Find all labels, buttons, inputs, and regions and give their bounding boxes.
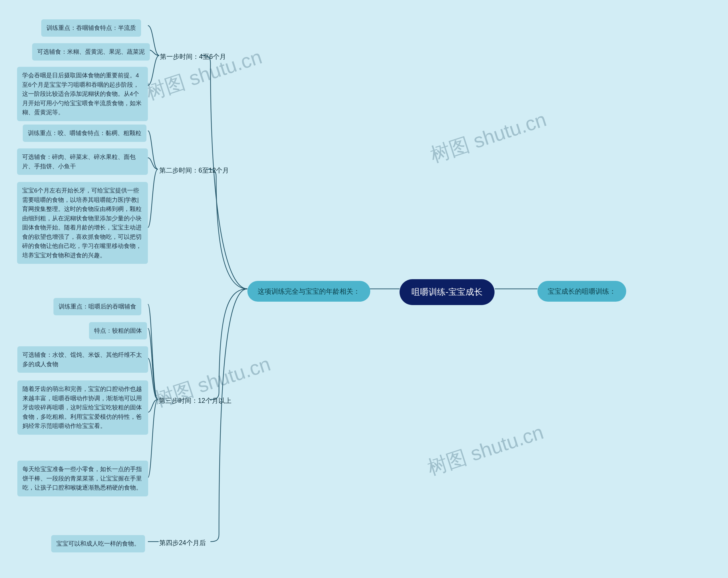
step-1-title[interactable]: 第一步时间：4至6个月: [160, 52, 226, 62]
root-node[interactable]: 咀嚼训练-宝宝成长: [399, 279, 495, 305]
mindmap-canvas: 树图 shutu.cn 树图 shutu.cn 树图 shutu.cn 树图 s…: [0, 0, 728, 578]
step-3-item-4[interactable]: 每天给宝宝准备一些小零食，如长一点的手指饼干棒、一段段的青菜菜茎，让宝宝握在手里…: [17, 461, 148, 496]
watermark: 树图 shutu.cn: [424, 419, 547, 482]
step-2-title[interactable]: 第二步时间：6至12个月: [159, 165, 229, 176]
step-1-item-1[interactable]: 可选辅食：米糊、蛋黄泥、果泥、蔬菜泥: [32, 43, 150, 60]
branch-right[interactable]: 宝宝成长的咀嚼训练：: [538, 281, 626, 301]
step-4-item-0[interactable]: 宝宝可以和成人吃一样的食物。: [51, 535, 145, 552]
step-3-title[interactable]: 第三步时间：12个月以上: [159, 396, 232, 406]
step-2-item-1[interactable]: 可选辅食：碎肉、碎菜末、碎水果粒、面包片、手指饼、小鱼干: [17, 149, 148, 175]
step-3-item-0[interactable]: 训练重点：咀嚼后的吞咽辅食: [53, 298, 141, 315]
step-2-item-2[interactable]: 宝宝6个月左右开始长牙，可给宝宝提供一些需要咀嚼的食物，以培养其咀嚼能力医|学教…: [17, 182, 148, 264]
branch-left[interactable]: 这项训练完全与宝宝的年龄相关：: [248, 281, 370, 301]
step-3-item-3[interactable]: 随着牙齿的萌出和完善，宝宝的口腔动作也越来越丰富，咀嚼吞咽动作协调，渐渐地可以用…: [17, 380, 148, 435]
step-4-title[interactable]: 第四步24个月后: [159, 538, 206, 548]
step-3-item-1[interactable]: 特点：较粗的固体: [89, 322, 147, 339]
step-2-item-0[interactable]: 训练重点：咬、嚼辅食特点：黏稠、粗颗粒: [23, 125, 147, 142]
watermark: 树图 shutu.cn: [427, 106, 550, 169]
step-3-item-2[interactable]: 可选辅食：水饺、馄饨、米饭、其他纤维不太多的成人食物: [17, 346, 148, 373]
step-1-item-0[interactable]: 训练重点：吞咽辅食特点：半流质: [41, 19, 141, 37]
step-1-item-2[interactable]: 学会吞咽是日后摄取固体食物的重要前提。4至6个月是宝宝学习咀嚼和吞咽的起步阶段，…: [17, 67, 148, 121]
